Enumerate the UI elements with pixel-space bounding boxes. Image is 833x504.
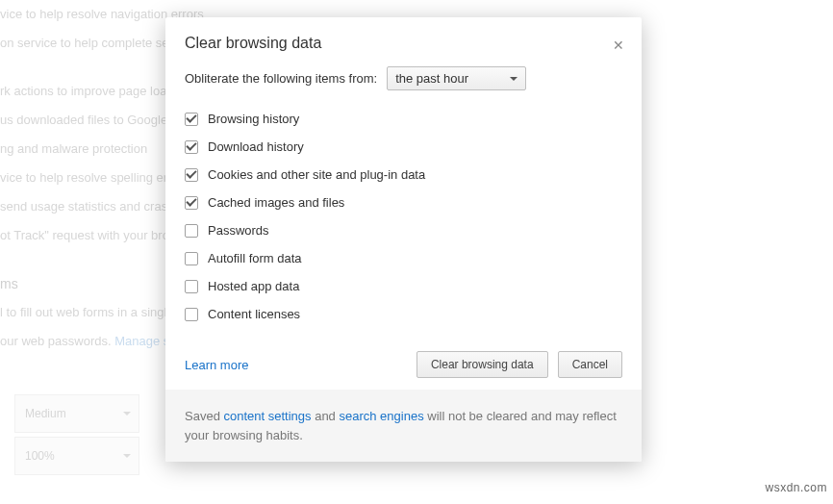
- dialog-title: Clear browsing data: [185, 35, 622, 52]
- dialog-actions: Learn more Clear browsing data Cancel: [165, 347, 642, 390]
- checkbox[interactable]: [185, 252, 198, 265]
- clear-browsing-data-dialog: Clear browsing data ✕ Obliterate the fol…: [165, 17, 642, 462]
- checkbox-label: Passwords: [208, 223, 269, 238]
- checkbox-list: Browsing historyDownload historyCookies …: [185, 105, 622, 328]
- checkbox[interactable]: [185, 140, 198, 154]
- time-range-value: the past hour: [395, 71, 468, 86]
- checkbox[interactable]: [185, 308, 198, 321]
- checkbox-row[interactable]: Autofill form data: [185, 244, 622, 272]
- watermark: wsxdn.com: [765, 481, 827, 494]
- checkbox-row[interactable]: Cached images and files: [185, 189, 622, 216]
- checkbox-label: Cached images and files: [208, 195, 344, 210]
- content-settings-link[interactable]: content settings: [223, 409, 311, 423]
- footer-text: Saved: [185, 409, 223, 423]
- time-range-select[interactable]: the past hour: [387, 66, 526, 90]
- checkbox[interactable]: [185, 113, 198, 126]
- checkbox-row[interactable]: Browsing history: [185, 105, 622, 133]
- obliterate-label: Obliterate the following items from:: [185, 71, 377, 86]
- footer-text: and: [312, 409, 340, 423]
- checkbox-row[interactable]: Passwords: [185, 216, 622, 244]
- cancel-button[interactable]: Cancel: [558, 351, 622, 378]
- learn-more-link[interactable]: Learn more: [185, 358, 248, 372]
- chevron-down-icon: [510, 77, 517, 85]
- checkbox-label: Autofill form data: [208, 251, 302, 265]
- dialog-header: Clear browsing data ✕: [165, 17, 642, 62]
- checkbox-row[interactable]: Hosted app data: [185, 272, 622, 300]
- checkbox-row[interactable]: Cookies and other site and plug-in data: [185, 161, 622, 189]
- checkbox[interactable]: [185, 280, 198, 293]
- checkbox-label: Cookies and other site and plug-in data: [208, 167, 425, 182]
- checkbox-label: Hosted app data: [208, 279, 299, 293]
- checkbox[interactable]: [185, 224, 198, 238]
- checkbox[interactable]: [185, 168, 198, 182]
- search-engines-link[interactable]: search engines: [339, 409, 423, 423]
- checkbox-label: Content licenses: [208, 307, 300, 321]
- checkbox-row[interactable]: Download history: [185, 133, 622, 161]
- checkbox[interactable]: [185, 196, 198, 210]
- checkbox-row[interactable]: Content licenses: [185, 300, 622, 328]
- time-range-row: Obliterate the following items from: the…: [185, 66, 622, 90]
- dialog-footer: Saved content settings and search engine…: [165, 390, 642, 462]
- action-buttons: Clear browsing data Cancel: [416, 351, 622, 378]
- checkbox-label: Download history: [208, 139, 304, 154]
- dialog-body: Obliterate the following items from: the…: [165, 62, 642, 347]
- checkbox-label: Browsing history: [208, 112, 299, 126]
- close-icon[interactable]: ✕: [613, 38, 624, 52]
- clear-browsing-data-button[interactable]: Clear browsing data: [416, 351, 548, 378]
